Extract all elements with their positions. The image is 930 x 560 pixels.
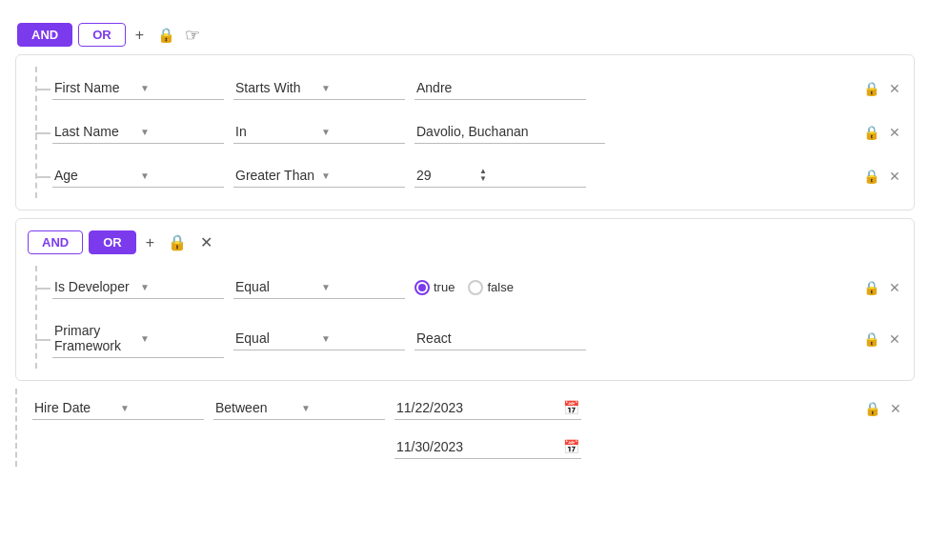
add-row-button-top[interactable]: +: [131, 25, 148, 46]
cursor-pointer: ☞: [185, 25, 200, 46]
table-row: Primary Framework ▼ Equal ▼ 🔒 ✕: [52, 310, 902, 369]
field-label-age: Age: [54, 168, 136, 183]
chevron-down-icon: ▼: [321, 127, 403, 137]
lock-icon-nested: 🔒: [168, 233, 187, 251]
lock-icon-top: 🔒: [157, 27, 175, 44]
row-actions-isdeveloper: 🔒 ✕: [861, 278, 902, 297]
value-input-lastname[interactable]: [414, 120, 605, 144]
close-icon[interactable]: ✕: [887, 123, 902, 142]
table-row: Last Name ▼ In ▼ 🔒 ✕: [52, 110, 902, 154]
date-input-wrap-1: 📅: [394, 396, 581, 420]
field-select-firstname[interactable]: First Name ▼: [52, 76, 224, 100]
chevron-down-icon: ▼: [321, 282, 403, 292]
lock-icon[interactable]: 🔒: [861, 330, 881, 349]
lock-icon[interactable]: 🔒: [861, 278, 881, 297]
and-button-top[interactable]: AND: [17, 23, 72, 47]
nested-logic-bar: AND OR + 🔒 ✕: [24, 230, 902, 254]
date-input-wrap-2: 📅: [394, 435, 581, 459]
operator-label-isdeveloper: Equal: [235, 279, 317, 294]
field-select-framework[interactable]: Primary Framework ▼: [52, 319, 224, 358]
nested-group: AND OR + 🔒 ✕ Is Developer ▼ Equal ▼: [15, 218, 915, 381]
or-button-top[interactable]: OR: [78, 23, 126, 47]
spin-buttons-age: ▲ ▼: [477, 168, 489, 183]
lock-icon[interactable]: 🔒: [861, 167, 881, 186]
row-actions-hiredate: 🔒 ✕: [862, 399, 903, 418]
lock-icon[interactable]: 🔒: [862, 399, 882, 418]
chevron-down-icon: ▼: [120, 403, 202, 413]
field-label-hiredate: Hire Date: [34, 400, 116, 415]
radio-label-true: true: [434, 280, 455, 294]
lock-icon[interactable]: 🔒: [861, 123, 881, 142]
date-input-1[interactable]: [396, 400, 563, 415]
operator-select-age[interactable]: Greater Than ▼: [233, 164, 405, 188]
hire-date-group: Hire Date ▼ Between ▼ 📅 🔒 ✕: [15, 389, 915, 467]
radio-true[interactable]: true: [414, 280, 455, 295]
value-input-age[interactable]: [416, 168, 474, 183]
table-row: Age ▼ Greater Than ▼ ▲ ▼ 🔒 ✕: [52, 154, 902, 198]
chevron-down-icon: ▼: [321, 333, 403, 344]
table-row: First Name ▼ Starts With ▼ 🔒 ✕: [52, 67, 902, 110]
field-label-framework: Primary Framework: [54, 323, 136, 353]
field-select-age[interactable]: Age ▼: [52, 164, 224, 188]
field-select-lastname[interactable]: Last Name ▼: [52, 120, 224, 144]
spin-down-button[interactable]: ▼: [477, 175, 489, 183]
operator-label-firstname: Starts With: [235, 80, 317, 95]
radio-circle-false: [468, 280, 483, 295]
number-input-wrap-age: ▲ ▼: [414, 164, 586, 188]
close-icon[interactable]: ✕: [887, 278, 902, 297]
chevron-down-icon: ▼: [140, 333, 222, 344]
or-button-nested[interactable]: OR: [89, 230, 136, 254]
operator-select-lastname[interactable]: In ▼: [233, 120, 405, 144]
operator-label-framework: Equal: [235, 330, 317, 346]
lock-button-top[interactable]: 🔒: [153, 25, 179, 46]
value-input-firstname[interactable]: [414, 76, 586, 100]
and-button-nested[interactable]: AND: [28, 230, 83, 254]
calendar-icon-1[interactable]: 📅: [563, 400, 579, 415]
top-logic-bar: AND OR + 🔒 ☞: [15, 23, 915, 47]
chevron-down-icon: ▼: [140, 83, 222, 93]
chevron-down-icon: ▼: [321, 83, 403, 93]
radio-circle-true: [414, 280, 430, 295]
field-select-hiredate[interactable]: Hire Date ▼: [32, 396, 204, 420]
value-input-framework[interactable]: [414, 327, 586, 350]
nested-rows-container: Is Developer ▼ Equal ▼ true false: [35, 266, 902, 369]
row-actions-framework: 🔒 ✕: [861, 330, 902, 349]
chevron-down-icon: ▼: [140, 282, 222, 292]
boolean-radio-group: true false: [414, 280, 586, 295]
hire-date-row1: Hire Date ▼ Between ▼ 📅 🔒 ✕: [32, 389, 903, 428]
date-input-2[interactable]: [396, 439, 563, 454]
rows-container: First Name ▼ Starts With ▼ 🔒 ✕ Last Name…: [35, 67, 902, 198]
row-actions-lastname: 🔒 ✕: [861, 123, 902, 142]
field-label-isdeveloper: Is Developer: [54, 279, 136, 294]
chevron-down-icon: ▼: [140, 127, 222, 137]
operator-select-framework[interactable]: Equal ▼: [233, 327, 405, 350]
radio-false[interactable]: false: [468, 280, 513, 295]
operator-label-age: Greater Than: [235, 168, 317, 183]
chevron-down-icon: ▼: [321, 170, 403, 181]
radio-label-false: false: [487, 280, 513, 294]
calendar-icon-2[interactable]: 📅: [563, 439, 579, 454]
operator-label-lastname: In: [235, 124, 317, 139]
close-icon[interactable]: ✕: [887, 79, 902, 98]
field-select-isdeveloper[interactable]: Is Developer ▼: [52, 275, 224, 299]
close-button-nested[interactable]: ✕: [196, 231, 216, 253]
table-row: Is Developer ▼ Equal ▼ true false: [52, 266, 902, 310]
lock-icon[interactable]: 🔒: [861, 79, 881, 98]
row-actions-firstname: 🔒 ✕: [861, 79, 902, 98]
close-icon[interactable]: ✕: [887, 167, 902, 186]
field-label-firstname: First Name: [54, 80, 136, 95]
add-row-button-nested[interactable]: +: [142, 232, 158, 253]
field-label-lastname: Last Name: [54, 124, 136, 139]
hire-date-row2: 📅: [32, 428, 903, 467]
query-builder: AND OR + 🔒 ☞ First Name ▼ Starts With ▼: [15, 15, 915, 482]
operator-select-firstname[interactable]: Starts With ▼: [233, 76, 405, 100]
outer-group: First Name ▼ Starts With ▼ 🔒 ✕ Last Name…: [15, 54, 915, 210]
close-icon-nested: ✕: [200, 233, 212, 251]
chevron-down-icon: ▼: [301, 403, 383, 413]
operator-label-hiredate: Between: [215, 400, 297, 415]
close-icon[interactable]: ✕: [887, 330, 902, 349]
close-icon[interactable]: ✕: [888, 399, 903, 418]
operator-select-hiredate[interactable]: Between ▼: [213, 396, 385, 420]
operator-select-isdeveloper[interactable]: Equal ▼: [233, 275, 405, 299]
lock-button-nested[interactable]: 🔒: [164, 231, 191, 253]
